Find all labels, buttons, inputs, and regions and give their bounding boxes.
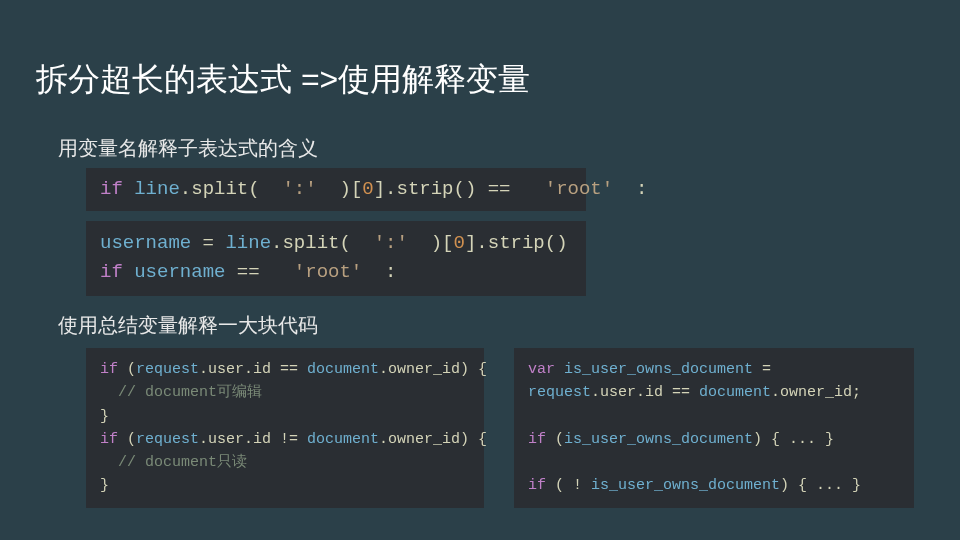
code-text: .owner_id) {	[379, 361, 487, 378]
code-text: }	[100, 477, 109, 494]
identifier: line	[134, 178, 180, 200]
keyword: if	[528, 477, 555, 494]
keyword: if	[100, 431, 127, 448]
code-text: .user.id ==	[199, 361, 307, 378]
identifier: document	[307, 431, 379, 448]
code-text: ].strip()	[465, 232, 568, 254]
keyword: if	[100, 261, 134, 283]
identifier: request	[528, 384, 591, 401]
code-text: ( !	[555, 477, 591, 494]
identifier: is_user_owns_document	[564, 431, 753, 448]
code-text: (	[127, 431, 136, 448]
code-text: =	[191, 232, 225, 254]
string: 'root'	[511, 178, 636, 200]
code-text: .split(	[180, 178, 260, 200]
code-line: username = line.split( ':' )[0].strip()	[100, 229, 572, 258]
identifier: request	[136, 361, 199, 378]
identifier: document	[307, 361, 379, 378]
code-text: .owner_id) {	[379, 431, 487, 448]
code-line: }	[100, 405, 470, 428]
code-line	[528, 405, 900, 428]
code-block-before-1: if line.split( ':' )[0].strip() == 'root…	[86, 168, 586, 211]
code-line: if username == 'root' :	[100, 258, 572, 287]
code-text: }	[100, 408, 109, 425]
code-text: =	[753, 361, 771, 378]
code-text	[528, 454, 537, 471]
identifier: username	[134, 261, 225, 283]
code-line: request.user.id == document.owner_id;	[528, 381, 900, 404]
code-text: ) { ... }	[753, 431, 834, 448]
code-text: .user.id !=	[199, 431, 307, 448]
identifier: username	[100, 232, 191, 254]
identifier: request	[136, 431, 199, 448]
subtitle-explain-vars: 用变量名解释子表达式的含义	[58, 135, 318, 162]
code-text: )[	[431, 232, 454, 254]
slide-title: 拆分超长的表达式 =>使用解释变量	[36, 58, 530, 102]
keyword: if	[100, 178, 134, 200]
code-block-before-2: if (request.user.id == document.owner_id…	[86, 348, 484, 508]
code-block-after-2: var is_user_owns_document = request.user…	[514, 348, 914, 508]
code-text	[528, 408, 537, 425]
string: ':'	[351, 232, 431, 254]
code-line: var is_user_owns_document =	[528, 358, 900, 381]
keyword: var	[528, 361, 564, 378]
number: 0	[454, 232, 465, 254]
string: ':'	[260, 178, 340, 200]
code-text: ].strip() ==	[374, 178, 511, 200]
code-line: // document可编辑	[100, 381, 470, 404]
code-line	[528, 451, 900, 474]
code-line: if (request.user.id == document.owner_id…	[100, 358, 470, 381]
string: 'root'	[260, 261, 385, 283]
code-line: if ( ! is_user_owns_document) { ... }	[528, 474, 900, 497]
code-text: .user.id ==	[591, 384, 699, 401]
keyword: if	[100, 361, 127, 378]
keyword: if	[528, 431, 555, 448]
code-line: }	[100, 474, 470, 497]
code-text: :	[385, 261, 396, 283]
code-text: )[	[339, 178, 362, 200]
code-line: if (is_user_owns_document) { ... }	[528, 428, 900, 451]
code-line: if line.split( ':' )[0].strip() == 'root…	[100, 176, 572, 203]
code-text: ) { ... }	[780, 477, 861, 494]
code-text: (	[127, 361, 136, 378]
code-line: if (request.user.id != document.owner_id…	[100, 428, 470, 451]
comment: // document可编辑	[100, 384, 262, 401]
code-block-after-1: username = line.split( ':' )[0].strip() …	[86, 221, 586, 296]
identifier: is_user_owns_document	[564, 361, 753, 378]
number: 0	[362, 178, 373, 200]
subtitle-summary-vars: 使用总结变量解释一大块代码	[58, 312, 318, 339]
code-line: // document只读	[100, 451, 470, 474]
code-text: :	[636, 178, 647, 200]
code-text: ==	[225, 261, 259, 283]
comment: // document只读	[100, 454, 247, 471]
code-text: (	[555, 431, 564, 448]
code-text: .split(	[271, 232, 351, 254]
identifier: line	[225, 232, 271, 254]
code-text: .owner_id;	[771, 384, 861, 401]
identifier: document	[699, 384, 771, 401]
identifier: is_user_owns_document	[591, 477, 780, 494]
